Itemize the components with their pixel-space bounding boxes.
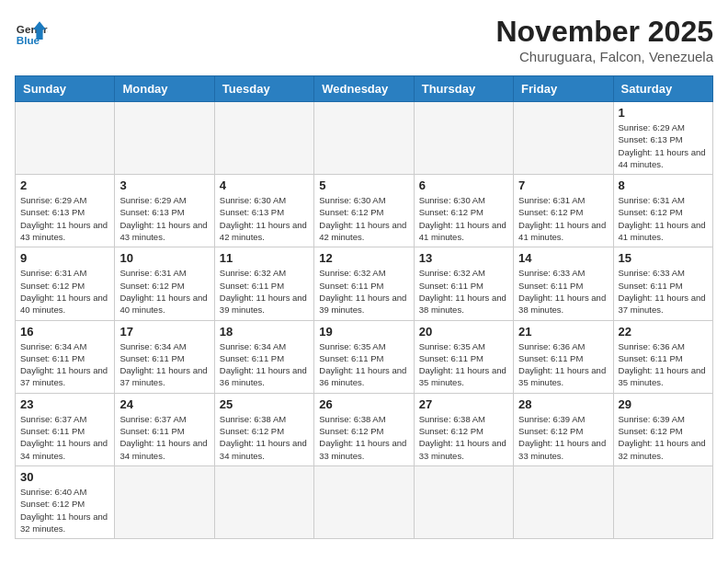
day-number: 17 xyxy=(119,325,209,339)
calendar-week-row: 30Sunrise: 6:40 AM Sunset: 6:12 PM Dayli… xyxy=(16,465,713,538)
calendar-cell xyxy=(115,465,214,538)
day-number: 21 xyxy=(518,325,608,339)
day-number: 13 xyxy=(419,251,508,265)
day-number: 6 xyxy=(419,178,508,192)
day-info: Sunrise: 6:38 AM Sunset: 6:12 PM Dayligh… xyxy=(319,413,408,462)
calendar-cell: 29Sunrise: 6:39 AM Sunset: 6:12 PM Dayli… xyxy=(613,393,712,465)
day-info: Sunrise: 6:32 AM Sunset: 6:11 PM Dayligh… xyxy=(419,267,508,316)
day-info: Sunrise: 6:32 AM Sunset: 6:11 PM Dayligh… xyxy=(220,267,309,316)
calendar-week-row: 16Sunrise: 6:34 AM Sunset: 6:11 PM Dayli… xyxy=(16,320,713,393)
calendar-header-sunday: Sunday xyxy=(16,76,115,102)
day-info: Sunrise: 6:30 AM Sunset: 6:12 PM Dayligh… xyxy=(419,194,508,243)
day-number: 22 xyxy=(619,325,708,339)
calendar-cell: 10Sunrise: 6:31 AM Sunset: 6:12 PM Dayli… xyxy=(115,247,214,320)
day-info: Sunrise: 6:30 AM Sunset: 6:13 PM Dayligh… xyxy=(220,194,309,243)
calendar-cell: 16Sunrise: 6:34 AM Sunset: 6:11 PM Dayli… xyxy=(16,320,115,393)
calendar-cell xyxy=(414,465,513,538)
day-info: Sunrise: 6:30 AM Sunset: 6:12 PM Dayligh… xyxy=(319,194,408,243)
calendar-cell: 8Sunrise: 6:31 AM Sunset: 6:12 PM Daylig… xyxy=(613,175,712,247)
day-info: Sunrise: 6:31 AM Sunset: 6:12 PM Dayligh… xyxy=(619,194,708,243)
calendar-table: SundayMondayTuesdayWednesdayThursdayFrid… xyxy=(15,75,713,539)
day-number: 29 xyxy=(619,397,708,411)
calendar-cell xyxy=(115,102,214,175)
calendar-cell xyxy=(214,102,313,175)
calendar-cell: 26Sunrise: 6:38 AM Sunset: 6:12 PM Dayli… xyxy=(314,393,414,465)
day-number: 5 xyxy=(319,178,408,192)
calendar-cell: 11Sunrise: 6:32 AM Sunset: 6:11 PM Dayli… xyxy=(214,247,313,320)
calendar-header-friday: Friday xyxy=(514,76,613,102)
day-number: 12 xyxy=(319,251,408,265)
day-number: 27 xyxy=(419,397,508,411)
calendar-cell xyxy=(214,465,313,538)
calendar-header-monday: Monday xyxy=(115,76,214,102)
calendar-header-thursday: Thursday xyxy=(414,76,513,102)
day-info: Sunrise: 6:33 AM Sunset: 6:11 PM Dayligh… xyxy=(619,267,708,316)
calendar-cell: 28Sunrise: 6:39 AM Sunset: 6:12 PM Dayli… xyxy=(514,393,613,465)
day-number: 15 xyxy=(619,251,708,265)
day-number: 16 xyxy=(20,325,109,339)
calendar-cell: 6Sunrise: 6:30 AM Sunset: 6:12 PM Daylig… xyxy=(414,175,513,247)
calendar-cell: 4Sunrise: 6:30 AM Sunset: 6:13 PM Daylig… xyxy=(214,175,313,247)
calendar-cell: 27Sunrise: 6:38 AM Sunset: 6:12 PM Dayli… xyxy=(414,393,513,465)
day-number: 10 xyxy=(119,251,209,265)
day-info: Sunrise: 6:32 AM Sunset: 6:11 PM Dayligh… xyxy=(319,267,408,316)
day-info: Sunrise: 6:31 AM Sunset: 6:12 PM Dayligh… xyxy=(20,267,109,316)
calendar-header-wednesday: Wednesday xyxy=(314,76,414,102)
calendar-week-row: 9Sunrise: 6:31 AM Sunset: 6:12 PM Daylig… xyxy=(16,247,713,320)
calendar-week-row: 1Sunrise: 6:29 AM Sunset: 6:13 PM Daylig… xyxy=(16,102,713,175)
day-info: Sunrise: 6:38 AM Sunset: 6:12 PM Dayligh… xyxy=(220,413,309,462)
calendar-cell: 5Sunrise: 6:30 AM Sunset: 6:12 PM Daylig… xyxy=(314,175,414,247)
calendar-cell: 18Sunrise: 6:34 AM Sunset: 6:11 PM Dayli… xyxy=(214,320,313,393)
calendar-cell: 24Sunrise: 6:37 AM Sunset: 6:11 PM Dayli… xyxy=(115,393,214,465)
calendar-cell: 17Sunrise: 6:34 AM Sunset: 6:11 PM Dayli… xyxy=(115,320,214,393)
calendar-cell xyxy=(514,102,613,175)
month-title: November 2025 xyxy=(495,15,713,49)
calendar-cell: 21Sunrise: 6:36 AM Sunset: 6:11 PM Dayli… xyxy=(514,320,613,393)
calendar-cell: 14Sunrise: 6:33 AM Sunset: 6:11 PM Dayli… xyxy=(514,247,613,320)
calendar-cell: 13Sunrise: 6:32 AM Sunset: 6:11 PM Dayli… xyxy=(414,247,513,320)
day-number: 20 xyxy=(419,325,508,339)
calendar-cell xyxy=(514,465,613,538)
calendar-week-row: 23Sunrise: 6:37 AM Sunset: 6:11 PM Dayli… xyxy=(16,393,713,465)
calendar-cell: 20Sunrise: 6:35 AM Sunset: 6:11 PM Dayli… xyxy=(414,320,513,393)
day-info: Sunrise: 6:31 AM Sunset: 6:12 PM Dayligh… xyxy=(518,194,608,243)
day-number: 2 xyxy=(20,178,109,192)
day-number: 24 xyxy=(119,397,209,411)
calendar-header-tuesday: Tuesday xyxy=(214,76,313,102)
calendar-cell: 25Sunrise: 6:38 AM Sunset: 6:12 PM Dayli… xyxy=(214,393,313,465)
day-number: 9 xyxy=(20,251,109,265)
day-number: 3 xyxy=(119,178,209,192)
calendar-cell xyxy=(613,465,712,538)
day-info: Sunrise: 6:37 AM Sunset: 6:11 PM Dayligh… xyxy=(20,413,109,462)
day-number: 8 xyxy=(619,178,708,192)
calendar-cell: 12Sunrise: 6:32 AM Sunset: 6:11 PM Dayli… xyxy=(314,247,414,320)
day-info: Sunrise: 6:35 AM Sunset: 6:11 PM Dayligh… xyxy=(319,340,408,389)
day-info: Sunrise: 6:29 AM Sunset: 6:13 PM Dayligh… xyxy=(619,121,708,170)
calendar-header-row: SundayMondayTuesdayWednesdayThursdayFrid… xyxy=(16,76,713,102)
day-number: 25 xyxy=(220,397,309,411)
day-info: Sunrise: 6:39 AM Sunset: 6:12 PM Dayligh… xyxy=(619,413,708,462)
page-header: General Blue November 2025 Churuguara, F… xyxy=(15,15,713,64)
calendar-week-row: 2Sunrise: 6:29 AM Sunset: 6:13 PM Daylig… xyxy=(16,175,713,247)
day-info: Sunrise: 6:29 AM Sunset: 6:13 PM Dayligh… xyxy=(20,194,109,243)
day-info: Sunrise: 6:38 AM Sunset: 6:12 PM Dayligh… xyxy=(419,413,508,462)
location-subtitle: Churuguara, Falcon, Venezuela xyxy=(495,49,713,64)
day-info: Sunrise: 6:39 AM Sunset: 6:12 PM Dayligh… xyxy=(518,413,608,462)
calendar-cell: 3Sunrise: 6:29 AM Sunset: 6:13 PM Daylig… xyxy=(115,175,214,247)
calendar-cell: 15Sunrise: 6:33 AM Sunset: 6:11 PM Dayli… xyxy=(613,247,712,320)
day-number: 7 xyxy=(518,178,608,192)
logo-icon: General Blue xyxy=(15,15,48,48)
day-info: Sunrise: 6:33 AM Sunset: 6:11 PM Dayligh… xyxy=(518,267,608,316)
calendar-cell: 30Sunrise: 6:40 AM Sunset: 6:12 PM Dayli… xyxy=(16,465,115,538)
calendar-cell xyxy=(414,102,513,175)
day-info: Sunrise: 6:34 AM Sunset: 6:11 PM Dayligh… xyxy=(20,340,109,389)
day-number: 11 xyxy=(220,251,309,265)
day-number: 30 xyxy=(20,470,109,484)
title-block: November 2025 Churuguara, Falcon, Venezu… xyxy=(495,15,713,64)
day-number: 28 xyxy=(518,397,608,411)
day-number: 14 xyxy=(518,251,608,265)
day-info: Sunrise: 6:36 AM Sunset: 6:11 PM Dayligh… xyxy=(518,340,608,389)
calendar-cell xyxy=(314,102,414,175)
day-info: Sunrise: 6:34 AM Sunset: 6:11 PM Dayligh… xyxy=(220,340,309,389)
day-info: Sunrise: 6:37 AM Sunset: 6:11 PM Dayligh… xyxy=(119,413,209,462)
